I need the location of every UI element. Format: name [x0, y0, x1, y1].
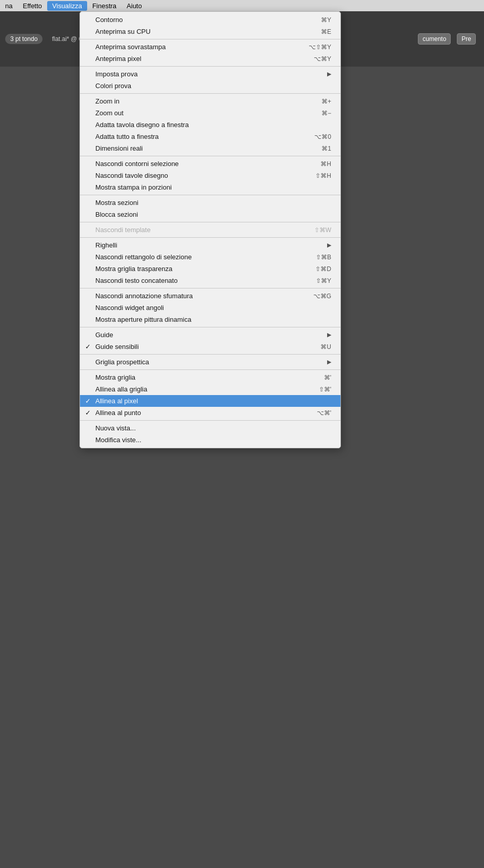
menu-item-nascondi-tavole[interactable]: Nascondi tavole disegno ⇧⌘H [80, 170, 340, 181]
menu-item-nascondi-widget[interactable]: Nascondi widget angoli [80, 302, 340, 314]
menu-item-wrapper-righelli: Righelli ▶ [80, 239, 340, 251]
menu-item-wrapper-dimensioni-reali: Dimensioni reali ⌘1 [80, 142, 340, 154]
menubar-item-visualizza[interactable]: Visualizza [47, 1, 87, 11]
menu-item-wrapper-contorno: Contorno ⌘Y [80, 14, 340, 26]
menu-item-wrapper-mostra-stampa: Mostra stampa in porzioni [80, 181, 340, 193]
separator-4 [80, 156, 340, 156]
separator-12 [80, 420, 340, 421]
menu-item-wrapper-mostra-griglia-trasparenza: Mostra griglia trasparenza ⇧⌘D [80, 263, 340, 275]
menu-item-wrapper-nascondi-template: Nascondi template ⇧⌘W [80, 224, 340, 236]
menu-item-nascondi-testo[interactable]: Nascondi testo concatenato ⇧⌘Y [80, 275, 340, 286]
menubar: na Effetto Visualizza Finestra Aiuto [0, 0, 484, 11]
menu-item-wrapper-mostra-aperture: Mostra aperture pittura dinamica [80, 314, 340, 325]
menu-item-wrapper-anteprima-sovrastampa: Anteprima sovrastampa ⌥⇧⌘Y [80, 41, 340, 53]
menu-item-wrapper-adatta-tavola: Adatta tavola disegno a finestra [80, 119, 340, 131]
menubar-item-na[interactable]: na [0, 1, 17, 11]
pre-button[interactable]: Pre [457, 33, 476, 45]
menu-item-wrapper-colori-prova: Colori prova [80, 80, 340, 92]
menu-item-allinea-pixel[interactable]: ✓ Allinea al pixel [80, 395, 340, 407]
stroke-indicator: 3 pt tondo [5, 34, 43, 44]
menu-item-mostra-stampa[interactable]: Mostra stampa in porzioni [80, 181, 340, 193]
menu-item-mostra-griglia-trasparenza[interactable]: Mostra griglia trasparenza ⇧⌘D [80, 263, 340, 275]
menu-item-anteprima-pixel[interactable]: Anteprima pixel ⌥⌘Y [80, 53, 340, 65]
check-allinea-punto: ✓ [85, 409, 91, 417]
separator-3 [80, 93, 340, 94]
menu-item-wrapper-anteprima-pixel: Anteprima pixel ⌥⌘Y [80, 53, 340, 65]
menu-item-wrapper-allinea-pixel: ✓ Allinea al pixel [80, 395, 340, 407]
menu-item-griglia-prospettica[interactable]: Griglia prospettica ▶ [80, 356, 340, 368]
menu-item-wrapper-nascondi-testo: Nascondi testo concatenato ⇧⌘Y [80, 275, 340, 286]
separator-1 [80, 39, 340, 39]
menu-item-wrapper-allinea-punto: ✓ Allinea al punto ⌥⌘' [80, 407, 340, 419]
menu-item-wrapper-adatta-tutto: Adatta tutto a finestra ⌥⌘0 [80, 131, 340, 142]
separator-2 [80, 66, 340, 67]
menu-item-wrapper-mostra-griglia: Mostra griglia ⌘' [80, 371, 340, 383]
menu-item-allinea-punto[interactable]: ✓ Allinea al punto ⌥⌘' [80, 407, 340, 419]
menu-item-wrapper-nascondi-rettangolo: Nascondi rettangolo di selezione ⇧⌘B [80, 251, 340, 263]
menu-item-wrapper-imposta-prova: Imposta prova ▶ [80, 68, 340, 80]
menu-item-modifica-viste[interactable]: Modifica viste... [80, 434, 340, 446]
menu-item-wrapper-zoom-out: Zoom out ⌘− [80, 107, 340, 119]
menu-item-nascondi-template[interactable]: Nascondi template ⇧⌘W [80, 224, 340, 236]
menu-item-anteprima-cpu[interactable]: Anteprima su CPU ⌘E [80, 26, 340, 37]
check-allinea-pixel: ✓ [85, 397, 91, 405]
separator-6 [80, 222, 340, 222]
menu-item-mostra-aperture[interactable]: Mostra aperture pittura dinamica [80, 314, 340, 325]
separator-7 [80, 237, 340, 238]
menu-item-blocca-sezioni[interactable]: Blocca sezioni [80, 209, 340, 220]
menu-item-mostra-sezioni[interactable]: Mostra sezioni [80, 197, 340, 209]
menu-item-wrapper-griglia-prospettica: Griglia prospettica ▶ [80, 356, 340, 368]
menu-item-guide-sensibili[interactable]: ✓ Guide sensibili ⌘U [80, 341, 340, 353]
separator-9 [80, 327, 340, 327]
menu-item-wrapper-blocca-sezioni: Blocca sezioni [80, 209, 340, 220]
menu-item-nascondi-rettangolo[interactable]: Nascondi rettangolo di selezione ⇧⌘B [80, 251, 340, 263]
visualizza-menu: Contorno ⌘Y Anteprima su CPU ⌘E Anteprim… [79, 11, 341, 448]
menu-item-wrapper-modifica-viste: Modifica viste... [80, 434, 340, 446]
separator-5 [80, 195, 340, 195]
menu-item-mostra-griglia[interactable]: Mostra griglia ⌘' [80, 371, 340, 383]
menu-item-zoom-in[interactable]: Zoom in ⌘+ [80, 95, 340, 107]
menu-item-adatta-tutto[interactable]: Adatta tutto a finestra ⌥⌘0 [80, 131, 340, 142]
separator-8 [80, 288, 340, 288]
menu-item-dimensioni-reali[interactable]: Dimensioni reali ⌘1 [80, 142, 340, 154]
menu-item-nuova-vista[interactable]: Nuova vista... [80, 422, 340, 434]
check-guide-sensibili: ✓ [85, 343, 91, 350]
menu-item-wrapper-nascondi-widget: Nascondi widget angoli [80, 302, 340, 314]
menu-item-wrapper-guide-sensibili: ✓ Guide sensibili ⌘U [80, 341, 340, 353]
menu-item-wrapper-nascondi-tavole: Nascondi tavole disegno ⇧⌘H [80, 170, 340, 181]
menu-item-anteprima-sovrastampa[interactable]: Anteprima sovrastampa ⌥⇧⌘Y [80, 41, 340, 53]
menu-item-wrapper-allinea-griglia: Allinea alla griglia ⇧⌘' [80, 383, 340, 395]
document-button[interactable]: cumento [418, 33, 451, 45]
menu-item-colori-prova[interactable]: Colori prova [80, 80, 340, 92]
menubar-item-effetto[interactable]: Effetto [17, 1, 47, 11]
menu-item-guide[interactable]: Guide ▶ [80, 329, 340, 341]
menu-item-wrapper-nascondi-annotazione: Nascondi annotazione sfumatura ⌥⌘G [80, 290, 340, 302]
separator-11 [80, 369, 340, 370]
menu-item-imposta-prova[interactable]: Imposta prova ▶ [80, 68, 340, 80]
menubar-item-finestra[interactable]: Finestra [87, 1, 122, 11]
menu-item-wrapper-guide: Guide ▶ [80, 329, 340, 341]
menu-item-adatta-tavola[interactable]: Adatta tavola disegno a finestra [80, 119, 340, 131]
menu-item-zoom-out[interactable]: Zoom out ⌘− [80, 107, 340, 119]
menu-item-wrapper-nuova-vista: Nuova vista... [80, 422, 340, 434]
menu-item-wrapper-mostra-sezioni: Mostra sezioni [80, 197, 340, 209]
menu-item-allinea-griglia[interactable]: Allinea alla griglia ⇧⌘' [80, 383, 340, 395]
menu-item-wrapper-nascondi-contorni: Nascondi contorni selezione ⌘H [80, 158, 340, 170]
menu-item-nascondi-annotazione[interactable]: Nascondi annotazione sfumatura ⌥⌘G [80, 290, 340, 302]
menu-item-righelli[interactable]: Righelli ▶ [80, 239, 340, 251]
separator-10 [80, 354, 340, 355]
menu-item-nascondi-contorni[interactable]: Nascondi contorni selezione ⌘H [80, 158, 340, 170]
menu-item-contorno[interactable]: Contorno ⌘Y [80, 14, 340, 26]
menubar-item-aiuto[interactable]: Aiuto [122, 1, 147, 11]
menu-item-wrapper-zoom-in: Zoom in ⌘+ [80, 95, 340, 107]
menu-item-wrapper-anteprima-cpu: Anteprima su CPU ⌘E [80, 26, 340, 37]
